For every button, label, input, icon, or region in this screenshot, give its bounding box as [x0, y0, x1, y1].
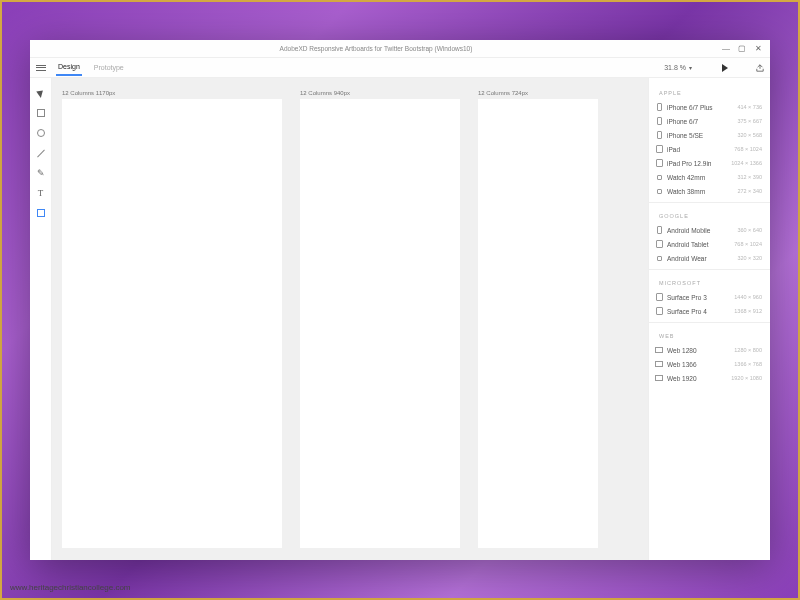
- web-icon: [655, 374, 663, 382]
- device-preset-dimensions: 1368 × 912: [734, 308, 762, 314]
- artboard-3[interactable]: 12 Columns 724px: [478, 90, 598, 548]
- device-preset[interactable]: iPhone 5/SE320 × 568: [649, 128, 770, 142]
- line-tool[interactable]: [36, 148, 46, 158]
- device-preset-dimensions: 272 × 340: [737, 188, 762, 194]
- artboard-surface[interactable]: [300, 99, 460, 548]
- device-preset[interactable]: iPhone 6/7375 × 667: [649, 114, 770, 128]
- device-preset-dimensions: 414 × 736: [737, 104, 762, 110]
- desktop-background: www.heritagechristiancollege.com AdobeXD…: [0, 0, 800, 600]
- artboard-surface[interactable]: [62, 99, 282, 548]
- phone-icon: [655, 131, 663, 139]
- device-preset-dimensions: 312 × 390: [737, 174, 762, 180]
- device-preset-dimensions: 768 × 1024: [734, 241, 762, 247]
- preview-play-icon[interactable]: [722, 64, 728, 72]
- text-tool[interactable]: [36, 188, 46, 198]
- artboard-1[interactable]: 12 Columns 1170px: [62, 90, 282, 548]
- pen-tool[interactable]: [36, 168, 46, 178]
- device-preset[interactable]: Watch 42mm312 × 390: [649, 170, 770, 184]
- watch-icon: [655, 254, 663, 262]
- ellipse-tool[interactable]: [36, 128, 46, 138]
- rectangle-tool[interactable]: [36, 108, 46, 118]
- window-title: AdobeXD Responsive Artboards for Twitter…: [34, 45, 718, 52]
- tablet-icon: [655, 293, 663, 301]
- device-preset-name: Android Mobile: [667, 227, 737, 234]
- device-preset[interactable]: iPad768 × 1024: [649, 142, 770, 156]
- device-preset-name: Web 1366: [667, 361, 734, 368]
- tablet-icon: [655, 307, 663, 315]
- tablet-icon: [655, 159, 663, 167]
- device-preset[interactable]: iPad Pro 12.9in1024 × 1366: [649, 156, 770, 170]
- artboard-label: 12 Columns 724px: [478, 90, 598, 96]
- device-preset-name: Surface Pro 3: [667, 294, 734, 301]
- phone-icon: [655, 117, 663, 125]
- preset-group-header: WEB: [649, 327, 770, 343]
- device-preset-dimensions: 320 × 568: [737, 132, 762, 138]
- artboard-icon: [37, 209, 45, 217]
- titlebar: AdobeXD Responsive Artboards for Twitter…: [30, 40, 770, 58]
- artboard-label: 12 Columns 1170px: [62, 90, 282, 96]
- close-button[interactable]: ✕: [750, 44, 766, 53]
- device-preset-dimensions: 360 × 640: [737, 227, 762, 233]
- watch-icon: [655, 173, 663, 181]
- artboard-tool[interactable]: [36, 208, 46, 218]
- tab-design[interactable]: Design: [56, 59, 82, 76]
- artboard-surface[interactable]: [478, 99, 598, 548]
- device-preset-dimensions: 1440 × 960: [734, 294, 762, 300]
- tab-prototype[interactable]: Prototype: [92, 60, 126, 75]
- device-preset-name: Surface Pro 4: [667, 308, 734, 315]
- device-preset[interactable]: Android Wear320 × 320: [649, 251, 770, 265]
- watch-icon: [655, 187, 663, 195]
- device-preset-dimensions: 1366 × 768: [734, 361, 762, 367]
- app-window: AdobeXD Responsive Artboards for Twitter…: [30, 40, 770, 560]
- text-icon: [38, 188, 44, 198]
- select-tool[interactable]: [36, 88, 46, 98]
- hamburger-menu-icon[interactable]: [36, 65, 46, 71]
- preset-group-header: MICROSOFT: [649, 274, 770, 290]
- rectangle-icon: [37, 109, 45, 117]
- preset-group-header: GOOGLE: [649, 207, 770, 223]
- device-preset-name: iPhone 5/SE: [667, 132, 737, 139]
- device-preset-dimensions: 1920 × 1080: [731, 375, 762, 381]
- minimize-button[interactable]: —: [718, 44, 734, 53]
- watermark: www.heritagechristiancollege.com: [10, 583, 131, 592]
- maximize-button[interactable]: ▢: [734, 44, 750, 53]
- device-preset[interactable]: Android Tablet768 × 1024: [649, 237, 770, 251]
- ellipse-icon: [37, 129, 45, 137]
- device-preset[interactable]: Web 19201920 × 1080: [649, 371, 770, 385]
- device-preset-name: iPad Pro 12.9in: [667, 160, 731, 167]
- select-icon: [38, 89, 44, 97]
- phone-icon: [655, 226, 663, 234]
- web-icon: [655, 346, 663, 354]
- pen-icon: [37, 168, 45, 178]
- device-preset-dimensions: 1024 × 1366: [731, 160, 762, 166]
- tablet-icon: [655, 240, 663, 248]
- line-icon: [37, 149, 45, 157]
- device-preset-name: iPad: [667, 146, 734, 153]
- chevron-down-icon: ▾: [689, 64, 692, 71]
- device-preset-name: iPhone 6/7: [667, 118, 737, 125]
- device-preset[interactable]: iPhone 6/7 Plus414 × 736: [649, 100, 770, 114]
- device-preset-name: Web 1920: [667, 375, 731, 382]
- artboard-label: 12 Columns 940px: [300, 90, 460, 96]
- share-icon[interactable]: [756, 64, 764, 72]
- artboard-2[interactable]: 12 Columns 940px: [300, 90, 460, 548]
- device-preset[interactable]: Web 12801280 × 800: [649, 343, 770, 357]
- device-preset[interactable]: Watch 38mm272 × 340: [649, 184, 770, 198]
- device-preset[interactable]: Web 13661366 × 768: [649, 357, 770, 371]
- device-preset-name: Watch 38mm: [667, 188, 737, 195]
- device-preset-dimensions: 320 × 320: [737, 255, 762, 261]
- canvas[interactable]: 12 Columns 1170px 12 Columns 940px 12 Co…: [52, 78, 648, 560]
- device-preset-name: Watch 42mm: [667, 174, 737, 181]
- device-preset-name: Web 1280: [667, 347, 734, 354]
- app-body: 12 Columns 1170px 12 Columns 940px 12 Co…: [30, 78, 770, 560]
- zoom-control[interactable]: 31.8 % ▾: [664, 64, 692, 71]
- device-preset-dimensions: 768 × 1024: [734, 146, 762, 152]
- tool-rail: [30, 78, 52, 560]
- device-preset[interactable]: Android Mobile360 × 640: [649, 223, 770, 237]
- device-preset-dimensions: 1280 × 800: [734, 347, 762, 353]
- tablet-icon: [655, 145, 663, 153]
- device-preset[interactable]: Surface Pro 31440 × 960: [649, 290, 770, 304]
- device-preset[interactable]: Surface Pro 41368 × 912: [649, 304, 770, 318]
- device-preset-name: iPhone 6/7 Plus: [667, 104, 737, 111]
- artboard-presets-panel[interactable]: APPLEiPhone 6/7 Plus414 × 736iPhone 6/73…: [648, 78, 770, 560]
